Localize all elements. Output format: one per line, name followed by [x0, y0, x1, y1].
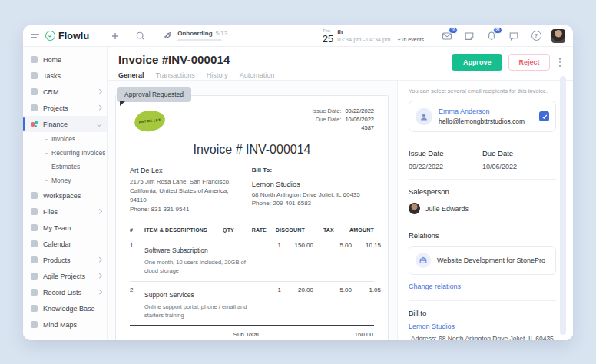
- issue-date-value: 09/22/2022: [409, 163, 482, 170]
- bill-to-company-link[interactable]: Lemon Studios: [409, 323, 556, 330]
- onboarding-label: Onboarding: [177, 30, 212, 37]
- bell-icon[interactable]: 21: [485, 30, 498, 42]
- bell-badge: 21: [493, 27, 502, 34]
- more-options-icon[interactable]: [556, 56, 565, 68]
- sidebar-item-estimates[interactable]: Estimates: [23, 160, 107, 174]
- bill-to-name: Lemon Studios: [252, 180, 374, 188]
- sidebar-item-agile-projects[interactable]: Agile Projects: [23, 268, 107, 284]
- record-lists-icon: [31, 289, 38, 296]
- chevron-down-icon: [97, 121, 101, 126]
- chevron-right-icon: [97, 290, 101, 294]
- recipient-name-link[interactable]: Emma Anderson: [439, 108, 525, 115]
- change-relations-link[interactable]: Change relations: [409, 283, 461, 290]
- more-events-label: +16 events: [398, 37, 424, 42]
- due-date-label: Due Date: [482, 149, 556, 157]
- bill-to-label: Bill To:: [252, 167, 374, 174]
- chevron-right-icon: [97, 209, 101, 213]
- bill-to-label: Bill to: [409, 309, 556, 317]
- projects-icon: [31, 104, 38, 111]
- recipient-email: hello@lemongbttrstudios.com: [439, 117, 525, 125]
- issue-date-label: Issue Date: [409, 149, 482, 157]
- app-window: Flowlu Onboarding 5/13 Thu: [23, 25, 573, 340]
- chat-icon[interactable]: [508, 30, 520, 42]
- sender-phone: Phone: 831-331-9541: [130, 206, 247, 213]
- subtotal-row: Sub Total 160.00: [233, 326, 374, 340]
- salesperson-name: Julie Edwards: [425, 205, 469, 213]
- sidebar-item-products[interactable]: Products: [23, 252, 107, 268]
- sidebar-item-money[interactable]: Money: [23, 174, 107, 187]
- products-icon: [31, 256, 38, 263]
- calendar-icon: [31, 240, 38, 247]
- dash-icon: [45, 180, 48, 181]
- relation-card[interactable]: Website Development for StonePro: [409, 246, 556, 275]
- files-icon: [31, 208, 38, 215]
- agile-icon: [31, 273, 38, 280]
- team-icon: [31, 224, 38, 231]
- hamburger-menu-icon[interactable]: [31, 34, 39, 38]
- sender-address: 2175 Jim Rosa Lane, San Francisco, Calif…: [130, 177, 242, 205]
- approve-button[interactable]: Approve: [452, 54, 503, 71]
- workspaces-icon: [31, 192, 38, 199]
- sidebar-item-projects[interactable]: Projects: [23, 100, 107, 116]
- sidebar-item-record-lists[interactable]: Record Lists: [23, 284, 107, 300]
- table-row: 2 Support Services Online support portal…: [130, 282, 374, 326]
- bill-to-block: Bill To: Lemon Studios 68 North Arlingto…: [247, 167, 374, 213]
- item-description: Online support portal, phone / email and…: [144, 303, 260, 320]
- search-icon[interactable]: [134, 30, 146, 41]
- totals-block: Sub Total 160.00 Tax 11.20: [233, 326, 374, 340]
- sidebar-item-finance[interactable]: Finance: [23, 116, 107, 132]
- sidebar-item-home[interactable]: Home: [23, 51, 107, 68]
- content-area: Approval Requested ART DE LEX Issue Date…: [108, 81, 573, 340]
- invoice-doc-title: Invoice # INV-000014: [130, 143, 374, 157]
- sidebar-item-invoices[interactable]: Invoices: [23, 132, 107, 146]
- dash-icon: [45, 139, 48, 140]
- recipient-card: Emma Anderson hello@lemongbttrstudios.co…: [409, 101, 556, 132]
- home-icon: [31, 56, 38, 63]
- day-suffix: th: [337, 29, 390, 35]
- add-button[interactable]: [109, 30, 121, 41]
- user-avatar[interactable]: [551, 29, 565, 43]
- issue-date-label: Issue Date:: [313, 108, 342, 114]
- recipient-checkbox[interactable]: [539, 111, 549, 121]
- divider: [409, 223, 556, 223]
- onboarding-count: 5/13: [216, 30, 228, 37]
- scrollbar[interactable]: [560, 76, 566, 335]
- chevron-right-icon: [97, 105, 101, 110]
- invoice-document-area: Approval Requested ART DE LEX Issue Date…: [108, 81, 397, 340]
- day-number: 25: [323, 34, 333, 44]
- sidebar-item-crm[interactable]: CRM: [23, 84, 107, 100]
- salesperson-label: Salesperson: [409, 187, 556, 196]
- divider: [409, 141, 556, 141]
- invoice-header: Invoice #INV-000014 General Transactions…: [108, 47, 573, 81]
- sidebar-item-recurring-invoices[interactable]: Recurring Invoices: [23, 146, 107, 160]
- main-area: Invoice #INV-000014 General Transactions…: [108, 47, 573, 340]
- onboarding-progress[interactable]: Onboarding 5/13: [177, 30, 227, 41]
- rocket-onboarding-icon[interactable]: [161, 30, 173, 41]
- reject-button[interactable]: Reject: [508, 54, 549, 71]
- issue-date-value: 09/22/2022: [345, 108, 374, 114]
- brand-name: Flowlu: [58, 31, 89, 41]
- tasks-icon: [31, 72, 38, 79]
- sidebar-item-files[interactable]: Files: [23, 204, 107, 220]
- dash-icon: [45, 153, 48, 154]
- sidebar-item-workspaces[interactable]: Workspaces: [23, 187, 107, 204]
- sender-block: Art De Lex 2175 Jim Rosa Lane, San Franc…: [130, 167, 247, 213]
- finance-icon: [31, 121, 38, 127]
- notes-icon[interactable]: [463, 30, 475, 42]
- salesperson-row: Julie Edwards: [409, 203, 556, 214]
- sidebar-item-tasks[interactable]: Tasks: [23, 68, 107, 84]
- mail-icon[interactable]: 10: [441, 30, 453, 42]
- status-badge: Approval Requested: [117, 87, 191, 102]
- app-logo[interactable]: Flowlu: [45, 31, 89, 41]
- sidebar-item-mind-maps[interactable]: Mind Maps: [23, 316, 107, 333]
- desktop-background: Flowlu Onboarding 5/13 Thu: [0, 0, 596, 364]
- sidebar-item-knowledge-base[interactable]: Knowledge Base: [23, 300, 107, 316]
- event-time-range: 03:34 pm - 04:34 pm: [337, 37, 390, 43]
- help-icon[interactable]: ?: [530, 30, 542, 42]
- sidebar-item-calendar[interactable]: Calendar: [23, 236, 107, 252]
- chevron-right-icon: [97, 257, 101, 262]
- logo-check-icon: [45, 31, 55, 41]
- calendar-date-widget[interactable]: Thu 25 th 03:34 pm - 04:34 pm +16 events: [323, 28, 424, 44]
- sidebar-item-my-team[interactable]: My Team: [23, 220, 107, 236]
- recipient-avatar: [416, 108, 432, 125]
